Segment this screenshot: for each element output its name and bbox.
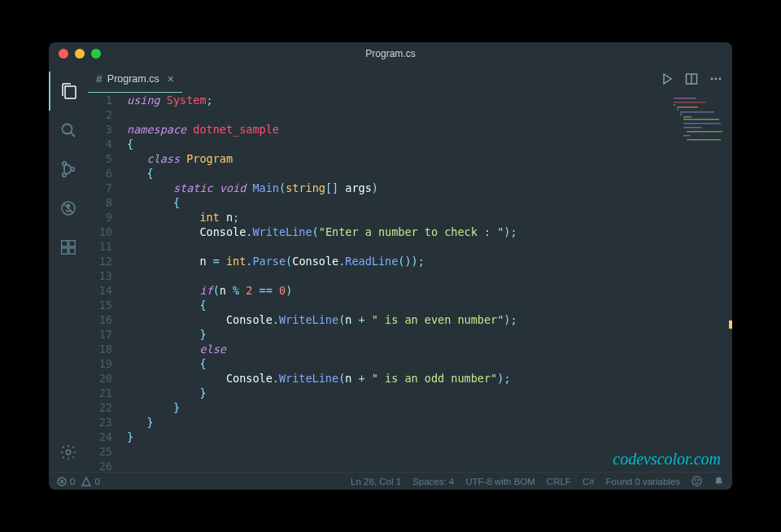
- code-line[interactable]: {: [127, 298, 732, 312]
- line-number: 16: [88, 312, 112, 327]
- titlebar: Program.cs: [49, 42, 732, 65]
- svg-point-1: [63, 162, 66, 165]
- status-bar: 0 0 Ln 28, Col 1 Spaces: 4 UTF-8 with BO…: [49, 472, 732, 490]
- code-line[interactable]: {: [127, 137, 732, 151]
- svg-rect-9: [69, 248, 75, 254]
- debug-icon[interactable]: [49, 189, 88, 228]
- feedback-icon[interactable]: [692, 476, 702, 486]
- line-number: 20: [88, 371, 112, 386]
- settings-gear-icon[interactable]: [49, 433, 88, 472]
- line-number: 1: [88, 93, 112, 107]
- code-line[interactable]: }: [127, 327, 732, 342]
- code-line[interactable]: using System;: [127, 93, 732, 107]
- code-line[interactable]: int n;: [127, 210, 732, 225]
- svg-rect-6: [62, 241, 68, 246]
- line-number: 10: [88, 225, 112, 239]
- svg-point-0: [63, 124, 72, 134]
- code-line[interactable]: Console.WriteLine(n + " is an odd number…: [127, 371, 732, 386]
- code-line[interactable]: if(n % 2 == 0): [127, 283, 732, 298]
- svg-rect-8: [62, 248, 68, 254]
- svg-point-14: [719, 78, 722, 81]
- close-tab-icon[interactable]: ×: [168, 72, 174, 85]
- code-line[interactable]: {: [127, 166, 732, 181]
- line-number: 24: [88, 430, 112, 444]
- line-number: 3: [88, 122, 112, 137]
- svg-point-31: [695, 480, 696, 481]
- eol-status[interactable]: CRLF: [547, 477, 571, 486]
- line-number: 5: [88, 151, 112, 166]
- code-line[interactable]: class Program: [127, 151, 732, 166]
- code-line[interactable]: [127, 459, 732, 472]
- window-body: # Program.cs × 1: [49, 65, 732, 472]
- tab-bar: # Program.cs ×: [88, 65, 732, 93]
- csharp-file-icon: #: [96, 72, 103, 85]
- code-line[interactable]: static void Main(string[] args): [127, 181, 732, 195]
- bell-icon[interactable]: [713, 476, 724, 486]
- close-window-button[interactable]: [59, 49, 68, 59]
- code-content[interactable]: using System; namespace dotnet_sample{ c…: [127, 93, 732, 472]
- code-line[interactable]: Console.WriteLine(n + " is an even numbe…: [127, 312, 732, 327]
- minimize-window-button[interactable]: [75, 49, 85, 59]
- line-number: 21: [88, 386, 112, 400]
- code-line[interactable]: namespace dotnet_sample: [127, 122, 732, 137]
- tab-label: Program.cs: [107, 73, 159, 85]
- main-area: # Program.cs × 1: [88, 65, 732, 472]
- line-number: 9: [88, 210, 112, 225]
- line-number-gutter: 1234567891011121314151617181920212223242…: [88, 93, 127, 472]
- svg-point-32: [698, 480, 699, 481]
- fullscreen-window-button[interactable]: [91, 49, 101, 59]
- scroll-indicator: [729, 321, 732, 329]
- cursor-position[interactable]: Ln 28, Col 1: [351, 477, 401, 486]
- line-number: 15: [88, 298, 112, 312]
- code-line[interactable]: else: [127, 342, 732, 356]
- code-line[interactable]: }: [127, 400, 732, 415]
- code-line[interactable]: {: [127, 356, 732, 371]
- more-actions-icon[interactable]: [709, 72, 722, 85]
- indentation-status[interactable]: Spaces: 4: [412, 477, 454, 486]
- tab-program-cs[interactable]: # Program.cs ×: [88, 65, 182, 93]
- svg-point-13: [715, 78, 718, 81]
- split-editor-icon[interactable]: [685, 72, 698, 85]
- code-line[interactable]: }: [127, 386, 732, 400]
- code-line[interactable]: }: [127, 430, 732, 444]
- code-line[interactable]: }: [127, 415, 732, 430]
- problems-status[interactable]: 0 0: [57, 477, 100, 486]
- code-line[interactable]: [127, 268, 732, 283]
- code-line[interactable]: [127, 239, 732, 254]
- line-number: 25: [88, 444, 112, 459]
- line-number: 12: [88, 254, 112, 268]
- line-number: 11: [88, 239, 112, 254]
- editor-window: Program.cs: [49, 42, 732, 490]
- line-number: 19: [88, 356, 112, 371]
- line-number: 8: [88, 195, 112, 210]
- code-line[interactable]: Console.WriteLine("Enter a number to che…: [127, 225, 732, 239]
- code-line[interactable]: [127, 107, 732, 122]
- svg-point-3: [71, 168, 74, 171]
- explorer-icon[interactable]: [49, 72, 88, 111]
- code-editor[interactable]: 1234567891011121314151617181920212223242…: [88, 93, 732, 472]
- extensions-icon[interactable]: [49, 228, 88, 267]
- svg-point-12: [711, 78, 713, 81]
- line-number: 22: [88, 400, 112, 415]
- encoding-status[interactable]: UTF-8 with BOM: [465, 477, 535, 486]
- search-icon[interactable]: [49, 111, 88, 150]
- line-number: 4: [88, 137, 112, 151]
- line-number: 13: [88, 268, 112, 283]
- code-line[interactable]: {: [127, 195, 732, 210]
- line-number: 14: [88, 283, 112, 298]
- run-icon[interactable]: [661, 72, 674, 85]
- code-line[interactable]: n = int.Parse(Console.ReadLine());: [127, 254, 732, 268]
- line-number: 26: [88, 459, 112, 472]
- line-number: 2: [88, 107, 112, 122]
- language-mode[interactable]: C#: [582, 477, 595, 486]
- line-number: 18: [88, 342, 112, 356]
- code-line[interactable]: [127, 444, 732, 459]
- line-number: 17: [88, 327, 112, 342]
- svg-point-5: [68, 205, 70, 207]
- source-control-icon[interactable]: [49, 150, 88, 189]
- svg-rect-7: [69, 241, 75, 246]
- activity-bar: [49, 65, 88, 472]
- variables-status[interactable]: Found 0 variables: [606, 477, 680, 486]
- traffic-lights: [59, 49, 101, 59]
- svg-point-30: [692, 477, 701, 486]
